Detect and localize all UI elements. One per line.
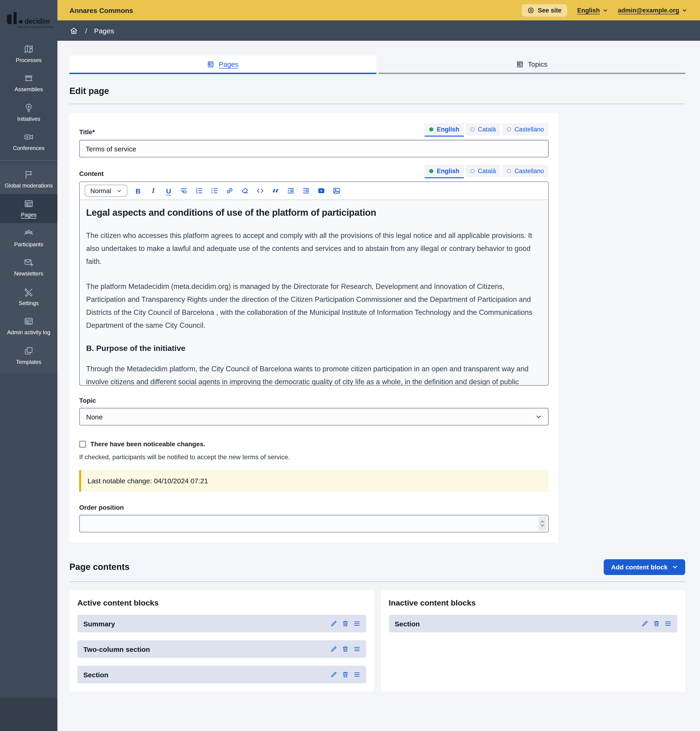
sidebar-item-assemblies[interactable]: Assemblies — [0, 68, 57, 98]
code-icon[interactable] — [255, 186, 265, 195]
drag-handle-icon[interactable] — [664, 620, 672, 627]
decidim-logo[interactable]: decidim free open-source democracy — [0, 0, 57, 39]
see-site-button[interactable]: See site — [521, 4, 567, 16]
add-content-block-button[interactable]: Add content block — [604, 559, 685, 575]
sidebar-item-initiatives[interactable]: Initiatives — [0, 98, 57, 127]
sidebar-item-label: Admin activity log — [7, 329, 50, 336]
delete-icon[interactable] — [653, 620, 660, 627]
last-change-notice: Last notable change: 04/10/2024 07:21 — [79, 470, 549, 492]
content-block-row[interactable]: Section — [77, 666, 366, 683]
editor-content[interactable]: Legal aspects and conditions of use of t… — [80, 200, 548, 385]
drag-handle-icon[interactable] — [353, 645, 360, 653]
content-block-row[interactable]: Section — [389, 615, 677, 633]
delete-icon[interactable] — [342, 671, 349, 678]
topbar-actions: See site English admin@example.org — [521, 4, 687, 16]
title-input[interactable] — [79, 140, 549, 157]
lang-tab-english[interactable]: English — [425, 123, 464, 136]
title-label: Title* — [79, 128, 95, 136]
tools-icon — [23, 287, 34, 297]
topbar: Annares Commons See site English admin@e… — [57, 0, 700, 21]
sidebar-item-pages[interactable]: Pages — [0, 194, 57, 223]
number-stepper[interactable] — [539, 517, 546, 531]
chevron-down-icon — [672, 564, 678, 570]
empty-status-dot-icon — [507, 169, 511, 173]
sidebar-item-processes[interactable]: Processes — [0, 39, 57, 68]
sidebar-item-newsletters[interactable]: Newsletters — [0, 252, 57, 282]
editor-toolbar: Normal B I U 123 — [80, 182, 548, 200]
decidim-logo-glyph: decidim — [7, 12, 57, 24]
sidebar-item-settings[interactable]: Settings — [0, 282, 57, 311]
see-site-label: See site — [538, 7, 561, 14]
logo-dot-icon — [19, 20, 23, 23]
pages-tab-icon — [207, 60, 214, 68]
outdent-icon[interactable] — [301, 186, 311, 195]
sidebar-item-label: Newsletters — [14, 271, 43, 277]
svg-text:3: 3 — [196, 191, 197, 194]
breadcrumb-separator: / — [85, 26, 87, 34]
chevron-up-icon — [540, 520, 544, 523]
bold-icon[interactable]: B — [134, 186, 142, 195]
drag-handle-icon[interactable] — [353, 671, 360, 678]
row-actions — [641, 620, 672, 627]
topic-select[interactable]: None — [79, 408, 549, 426]
sidebar-item-templates[interactable]: Templates — [0, 341, 57, 370]
lang-tab-label: Castellano — [514, 167, 544, 175]
sidebar-divider — [0, 160, 57, 161]
edit-icon[interactable] — [641, 620, 649, 627]
user-menu[interactable]: admin@example.org — [618, 7, 687, 14]
link-icon[interactable] — [225, 186, 234, 195]
tab-pages[interactable]: Pages — [69, 56, 376, 74]
erase-format-icon[interactable] — [240, 186, 249, 195]
activity-log-icon — [23, 316, 34, 327]
tab-topics[interactable]: Topics — [379, 56, 685, 74]
topics-tab-icon — [516, 60, 524, 68]
underline-icon[interactable]: U — [164, 186, 173, 195]
edit-icon[interactable] — [330, 645, 337, 653]
noticeable-changes-checkbox[interactable] — [79, 440, 86, 448]
lang-tab-label: Castellano — [514, 126, 544, 133]
format-select[interactable]: Normal — [85, 185, 127, 197]
sidebar: decidim free open-source democracy Proce… — [0, 0, 57, 731]
order-position-input[interactable] — [79, 515, 549, 532]
sidebar-item-admin-activity-log[interactable]: Admin activity log — [0, 311, 57, 341]
lang-tab-castellano[interactable]: Castellano — [502, 165, 549, 177]
content-block-row[interactable]: Two-column section — [77, 640, 366, 658]
map-icon — [23, 44, 34, 54]
lang-tab-english[interactable]: English — [425, 165, 464, 177]
divider — [69, 104, 685, 104]
editor-h3: B. Purpose of the initiative — [86, 344, 542, 353]
edit-icon[interactable] — [330, 671, 337, 678]
sidebar-admin-group: Global moderations Pages Participants Ne… — [0, 164, 57, 373]
lang-tab-castellano[interactable]: Castellano — [502, 123, 549, 136]
logo-wordmark: decidim — [25, 19, 50, 24]
editor-paragraph: The citizen who accesses this platform a… — [86, 229, 542, 268]
video-icon[interactable] — [317, 186, 326, 195]
sidebar-item-conferences[interactable]: Conferences — [0, 127, 57, 157]
empty-status-dot-icon — [507, 127, 511, 132]
organization-name: Annares Commons — [69, 6, 133, 14]
sidebar-item-global-moderations[interactable]: Global moderations — [0, 164, 57, 194]
content-block-row[interactable]: Summary — [77, 615, 366, 633]
sidebar-item-participants[interactable]: Participants — [0, 223, 57, 252]
home-icon[interactable] — [69, 26, 78, 35]
lang-tab-catala[interactable]: Català — [466, 123, 500, 136]
page-title: Edit page — [69, 86, 685, 96]
filled-status-dot-icon — [429, 169, 434, 173]
indent-icon[interactable] — [286, 186, 295, 195]
image-icon[interactable] — [332, 186, 341, 195]
language-menu[interactable]: English — [577, 7, 608, 14]
logo-bar-icon — [7, 14, 12, 24]
main-content: Pages Topics Edit page Title* English — [57, 41, 700, 731]
blockquote-icon[interactable]: “ — [271, 186, 280, 195]
lang-tab-catala[interactable]: Català — [466, 165, 500, 177]
bullet-list-icon[interactable] — [210, 186, 219, 195]
breadcrumb-current[interactable]: Pages — [94, 26, 114, 34]
delete-icon[interactable] — [342, 620, 349, 627]
delete-icon[interactable] — [342, 645, 349, 653]
drag-handle-icon[interactable] — [353, 620, 360, 627]
ordered-list-icon[interactable]: 123 — [194, 186, 204, 195]
italic-icon[interactable]: I — [148, 186, 158, 195]
line-break-icon[interactable] — [179, 186, 188, 195]
topic-select-value: None — [86, 413, 103, 421]
edit-icon[interactable] — [330, 620, 337, 627]
